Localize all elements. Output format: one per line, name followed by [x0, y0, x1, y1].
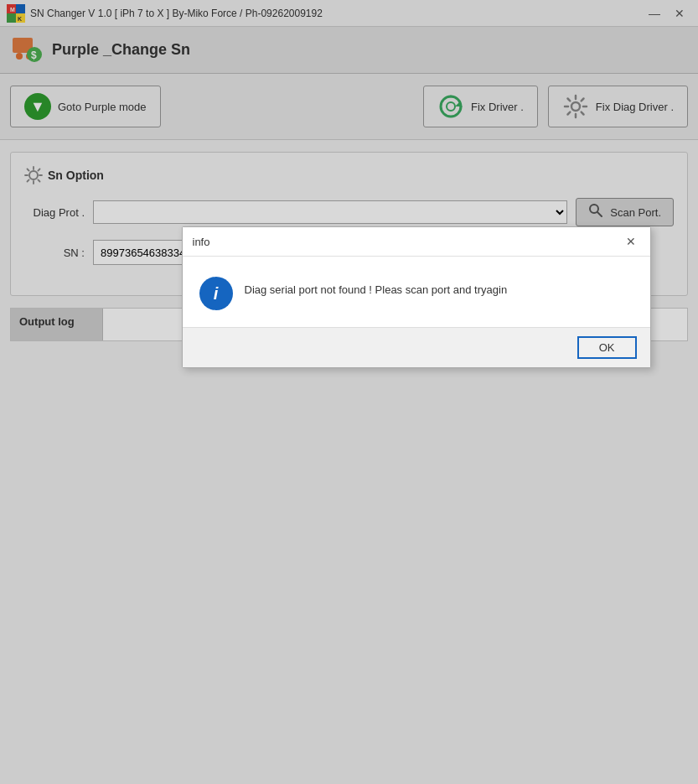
info-dialog: info ✕ i Diag serial port not found ! Pl… [182, 226, 651, 368]
modal-title-bar: info ✕ [183, 227, 650, 257]
info-icon: i [199, 277, 233, 310]
modal-overlay: info ✕ i Diag serial port not found ! Pl… [0, 0, 698, 784]
modal-message: Diag serial port not found ! Pleas scan … [245, 277, 508, 296]
modal-footer: OK [183, 327, 650, 367]
modal-body: i Diag serial port not found ! Pleas sca… [183, 257, 650, 327]
modal-close-button[interactable]: ✕ [622, 232, 640, 251]
modal-ok-button[interactable]: OK [577, 336, 637, 359]
modal-title: info [193, 236, 210, 248]
